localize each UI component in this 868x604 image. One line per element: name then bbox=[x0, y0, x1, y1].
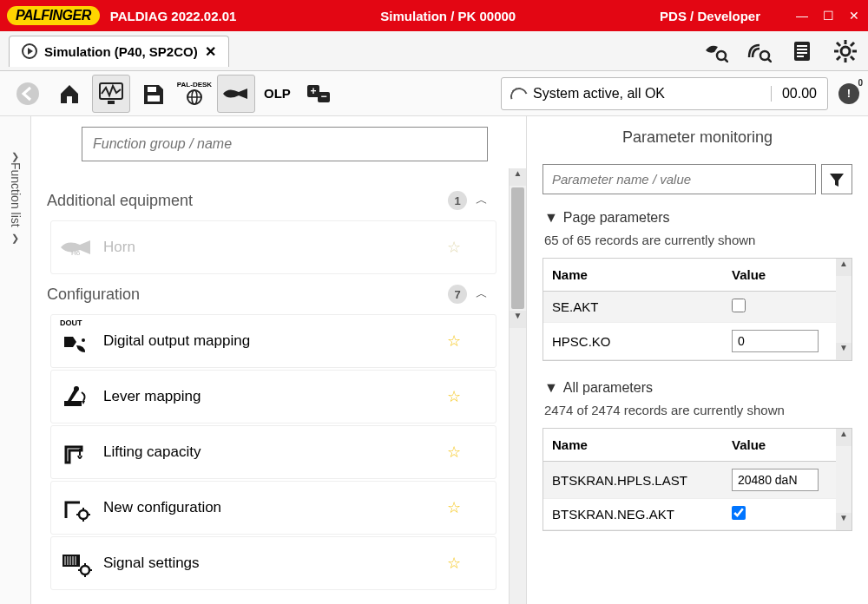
paldesk-button[interactable]: PAL-DESK bbox=[175, 75, 214, 113]
play-icon bbox=[22, 43, 37, 59]
list-item[interactable]: Signal settings ☆ bbox=[50, 536, 496, 590]
table-row[interactable]: BTSKRAN.NEG.AKT bbox=[543, 499, 836, 530]
add-remove-button[interactable]: +− bbox=[299, 75, 338, 113]
horn-tool-button[interactable] bbox=[217, 75, 255, 113]
star-icon[interactable]: ☆ bbox=[447, 554, 461, 573]
maximize-button[interactable]: ☐ bbox=[821, 9, 835, 23]
svg-point-35 bbox=[74, 386, 79, 391]
svg-text:−: − bbox=[320, 90, 326, 102]
chevron-right-icon: ❯ bbox=[11, 233, 19, 244]
table-row[interactable]: SE.AKT bbox=[543, 292, 836, 323]
star-icon[interactable]: ☆ bbox=[447, 332, 461, 351]
param-name: BTSKRAN.HPLS.LAST bbox=[543, 466, 723, 495]
output-icon bbox=[58, 327, 95, 355]
close-window-button[interactable]: ✕ bbox=[847, 9, 861, 23]
item-label: New configuration bbox=[103, 499, 447, 516]
svg-rect-22 bbox=[108, 101, 115, 104]
svg-line-18 bbox=[851, 43, 854, 46]
group-count-badge: 1 bbox=[448, 191, 467, 210]
svg-point-11 bbox=[841, 47, 850, 56]
list-item[interactable]: New configuration ☆ bbox=[50, 481, 496, 535]
triangle-down-icon: ▼ bbox=[544, 210, 558, 226]
group-header-additional-equipment[interactable]: Additional equipment 1 ︿ bbox=[47, 182, 523, 219]
list-item[interactable]: Lifting capacity ☆ bbox=[50, 425, 496, 479]
star-icon[interactable]: ☆ bbox=[447, 498, 461, 517]
svg-text:+: + bbox=[310, 85, 316, 97]
svg-point-33 bbox=[82, 338, 85, 342]
save-button[interactable] bbox=[134, 75, 172, 113]
param-value-input[interactable] bbox=[732, 330, 819, 352]
gear-icon[interactable] bbox=[832, 37, 859, 65]
param-name: SE.AKT bbox=[543, 292, 723, 321]
table-row[interactable]: BTSKRAN.HPLS.LAST bbox=[543, 462, 836, 499]
monitor-button[interactable] bbox=[92, 75, 130, 113]
document-list-icon[interactable] bbox=[788, 37, 816, 65]
scroll-down-icon[interactable]: ▼ bbox=[836, 513, 852, 530]
svg-point-49 bbox=[81, 566, 89, 574]
param-checkbox[interactable] bbox=[732, 506, 746, 520]
parameter-monitoring-panel: Parameter monitoring ▼ Page parameters 6… bbox=[526, 116, 868, 604]
table-row[interactable]: HPSC.KO bbox=[543, 323, 836, 360]
status-text: System active, all OK bbox=[502, 86, 771, 102]
function-search-input[interactable] bbox=[82, 127, 488, 161]
item-label: Digital output mapping bbox=[103, 332, 447, 350]
crane-icon bbox=[58, 438, 95, 466]
svg-point-38 bbox=[79, 510, 88, 519]
scroll-down-icon[interactable]: ▼ bbox=[510, 311, 526, 328]
title-bar: PALFINGER PALDIAG 2022.02.01 Simulation … bbox=[0, 0, 868, 31]
main-area: ❯ Function list ❯ Additional equipment 1… bbox=[0, 116, 868, 604]
minimize-button[interactable]: — bbox=[795, 9, 809, 23]
star-icon[interactable]: ☆ bbox=[447, 238, 461, 257]
alert-badge[interactable]: ! 0 bbox=[838, 83, 859, 104]
list-item[interactable]: Lever mapping ☆ bbox=[50, 370, 496, 423]
svg-rect-9 bbox=[797, 52, 807, 54]
group-header-configuration[interactable]: Configuration 7 ︿ bbox=[47, 276, 523, 312]
scroll-thumb[interactable] bbox=[511, 187, 524, 309]
svg-line-17 bbox=[851, 56, 854, 60]
close-tab-icon[interactable]: ✕ bbox=[205, 43, 216, 60]
star-icon[interactable]: ☆ bbox=[447, 387, 461, 406]
section-title: All parameters bbox=[563, 380, 653, 396]
brush-search-icon[interactable] bbox=[701, 37, 729, 65]
param-checkbox[interactable] bbox=[732, 299, 746, 312]
column-header-name: Name bbox=[543, 259, 723, 291]
list-item[interactable]: DOUT Digital output mapping ☆ bbox=[50, 314, 496, 368]
crane-gear-icon bbox=[58, 494, 95, 522]
olp-label[interactable]: OLP bbox=[264, 86, 291, 101]
scroll-up-icon[interactable]: ▲ bbox=[836, 429, 852, 446]
scroll-down-icon[interactable]: ▼ bbox=[836, 343, 852, 360]
scrollbar[interactable]: ▲ ▼ bbox=[836, 259, 852, 360]
toolbar: PAL-DESK OLP +− System active, all OK 00… bbox=[0, 71, 868, 116]
side-tab-label: Function list bbox=[9, 162, 23, 227]
column-header-value: Value bbox=[723, 429, 836, 461]
star-icon[interactable]: ☆ bbox=[447, 443, 461, 462]
list-item[interactable]: H6 Horn ☆ bbox=[50, 220, 496, 274]
scroll-up-icon[interactable]: ▲ bbox=[510, 168, 526, 186]
chevron-up-icon: ︿ bbox=[476, 193, 488, 208]
parameter-search-input[interactable] bbox=[542, 164, 816, 194]
back-button[interactable] bbox=[9, 75, 47, 113]
param-value-input[interactable] bbox=[732, 469, 819, 491]
tab-simulation[interactable]: Simulation (P40, SP2CO) ✕ bbox=[9, 36, 229, 67]
status-time: 00.00 bbox=[771, 86, 827, 102]
side-tab[interactable]: ❯ Function list ❯ bbox=[0, 116, 31, 604]
filter-button[interactable] bbox=[821, 164, 852, 194]
scrollbar[interactable]: ▲ ▼ bbox=[509, 168, 526, 604]
app-name: PALDIAG 2022.02.01 bbox=[110, 9, 237, 23]
signal-search-icon[interactable] bbox=[745, 37, 773, 65]
scrollbar[interactable]: ▲ ▼ bbox=[836, 429, 852, 530]
svg-rect-6 bbox=[794, 42, 810, 61]
param-name: HPSC.KO bbox=[543, 327, 723, 356]
alert-icon: ! bbox=[847, 87, 851, 100]
section-header-all-parameters[interactable]: ▼ All parameters bbox=[534, 377, 861, 399]
tab-strip: Simulation (P40, SP2CO) ✕ bbox=[0, 31, 868, 71]
svg-marker-1 bbox=[28, 48, 33, 55]
svg-rect-34 bbox=[64, 401, 82, 406]
section-header-page-parameters[interactable]: ▼ Page parameters bbox=[534, 207, 861, 229]
page-parameter-table: Name Value SE.AKT HPSC.KO ▲ ▼ bbox=[542, 258, 852, 361]
title-center: Simulation / PK 00000 bbox=[236, 9, 660, 23]
home-button[interactable] bbox=[50, 75, 89, 113]
item-label: Lever mapping bbox=[103, 388, 447, 405]
item-label: Horn bbox=[103, 239, 447, 256]
scroll-up-icon[interactable]: ▲ bbox=[836, 259, 852, 276]
